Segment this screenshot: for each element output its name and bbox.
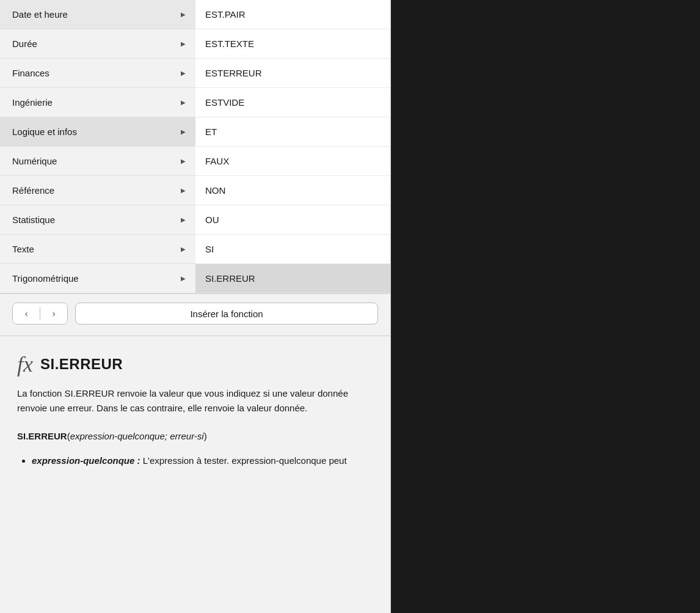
function-label: OU [205,215,219,225]
category-item-ingenierie[interactable]: Ingénierie▶ [0,88,195,117]
chevron-right-icon: ▶ [181,11,186,18]
function-item-est-texte[interactable]: EST.TEXTE [195,29,390,59]
doc-params: expression-quelconque : L'expression à t… [17,453,373,468]
fx-icon: fx [17,353,33,375]
chevron-right-icon: ▶ [181,99,186,106]
doc-title-row: fx SI.ERREUR [17,353,373,375]
section-divider [0,336,390,336]
chevron-right-icon: ▶ [181,187,186,194]
doc-title: SI.ERREUR [40,356,123,373]
chevron-right-icon: ▶ [181,158,186,164]
function-item-non[interactable]: NON [195,176,390,205]
category-label: Durée [12,39,37,49]
category-label: Logique et infos [12,127,77,137]
nav-buttons: ‹ › [12,303,68,325]
function-label: ESTVIDE [205,97,244,108]
toolbar: ‹ › Insérer la fonction [0,293,390,333]
category-item-logique-infos[interactable]: Logique et infos▶ [0,117,195,147]
param-item: expression-quelconque : L'expression à t… [32,453,373,468]
dark-background [391,0,700,613]
category-label: Statistique [12,215,55,225]
chevron-right-icon: ▶ [181,216,186,223]
doc-description: La fonction SI.ERREUR renvoie la valeur … [17,386,373,416]
function-item-faux[interactable]: FAUX [195,147,390,176]
category-item-statistique[interactable]: Statistique▶ [0,205,195,235]
category-label: Trigonométrique [12,273,79,284]
chevron-right-icon: ▶ [181,70,186,76]
category-item-finances[interactable]: Finances▶ [0,59,195,88]
function-label: NON [205,185,225,196]
prev-button[interactable]: ‹ [13,303,40,325]
function-item-esterreur[interactable]: ESTERREUR [195,59,390,88]
function-documentation: fx SI.ERREUR La fonction SI.ERREUR renvo… [0,339,390,613]
function-label: ESTERREUR [205,68,262,78]
param1-desc: L'expression à tester. expression-quelco… [143,455,347,466]
function-label: EST.PAIR [205,9,246,20]
category-function-list: Date et heure▶Durée▶Finances▶Ingénierie▶… [0,0,390,293]
chevron-right-icon: ▶ [181,246,186,252]
function-label: ET [205,127,217,137]
chevron-right-icon: ▶ [181,40,186,47]
function-item-estvide[interactable]: ESTVIDE [195,88,390,117]
function-item-est-pair[interactable]: EST.PAIR [195,0,390,29]
param1-name: expression-quelconque : [32,455,140,466]
category-item-texte[interactable]: Texte▶ [0,235,195,264]
category-label: Finances [12,68,49,78]
category-item-numerique[interactable]: Numérique▶ [0,147,195,176]
chevron-right-icon: ▶ [181,128,186,135]
function-item-ou[interactable]: OU [195,205,390,235]
function-label: EST.TEXTE [205,39,254,49]
category-label: Ingénierie [12,97,53,108]
function-item-et[interactable]: ET [195,117,390,147]
signature-function-name: SI.ERREUR [17,431,67,441]
category-label: Texte [12,244,34,254]
function-label: SI.ERREUR [205,273,255,284]
signature-args: expression-quelconque; erreur-si [70,431,204,441]
category-list: Date et heure▶Durée▶Finances▶Ingénierie▶… [0,0,195,293]
function-list: EST.PAIREST.TEXTEESTERREURESTVIDEETFAUXN… [195,0,390,293]
category-label: Date et heure [12,9,68,20]
function-item-si[interactable]: SI [195,235,390,264]
doc-signature: SI.ERREUR(expression-quelconque; erreur-… [17,429,373,444]
function-label: SI [205,244,214,254]
insert-function-button[interactable]: Insérer la fonction [75,303,378,325]
category-item-reference[interactable]: Référence▶ [0,176,195,205]
category-label: Numérique [12,156,57,166]
function-item-si-erreur[interactable]: SI.ERREUR [195,264,390,293]
category-item-trigonometrique[interactable]: Trigonométrique▶ [0,264,195,293]
category-label: Référence [12,185,54,196]
function-browser-panel: Date et heure▶Durée▶Finances▶Ingénierie▶… [0,0,391,613]
next-button[interactable]: › [40,303,67,325]
function-label: FAUX [205,156,229,166]
chevron-right-icon: ▶ [181,275,186,282]
category-item-date-heure[interactable]: Date et heure▶ [0,0,195,29]
category-item-duree[interactable]: Durée▶ [0,29,195,59]
